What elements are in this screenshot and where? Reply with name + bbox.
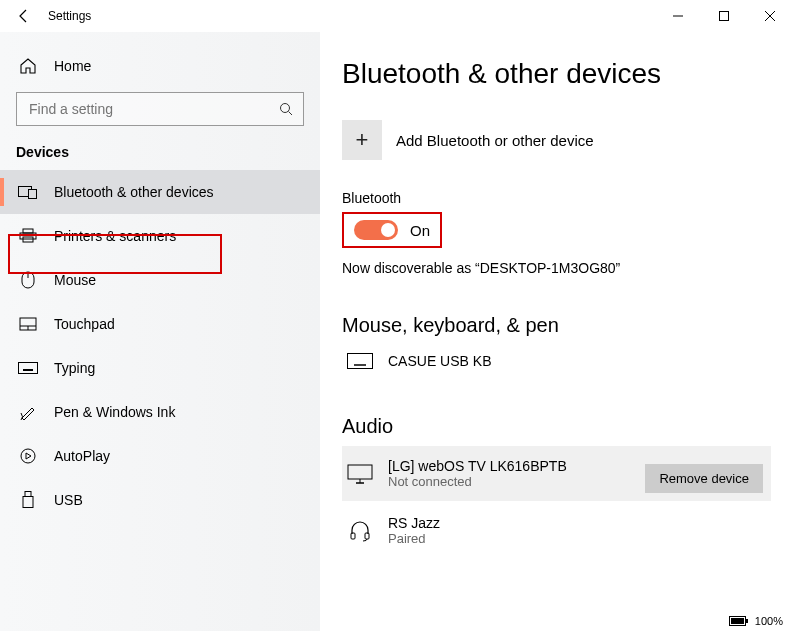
nav-label: Mouse — [54, 272, 96, 288]
search-icon — [279, 102, 293, 116]
device-status: Paired — [388, 531, 440, 546]
bluetooth-toggle[interactable] — [354, 220, 398, 240]
svg-rect-16 — [19, 363, 38, 374]
touchpad-icon — [18, 317, 38, 331]
maximize-button[interactable] — [701, 0, 747, 32]
remove-device-button[interactable]: Remove device — [645, 464, 763, 493]
home-label: Home — [54, 58, 91, 74]
toggle-knob — [381, 223, 395, 237]
bluetooth-label: Bluetooth — [342, 190, 771, 206]
sidebar-item-mouse[interactable]: Mouse — [0, 258, 320, 302]
search-input[interactable] — [27, 100, 279, 118]
toggle-state-label: On — [410, 222, 430, 239]
home-icon — [18, 57, 38, 75]
mouse-icon — [18, 271, 38, 289]
minimize-button[interactable] — [655, 0, 701, 32]
device-status: Not connected — [388, 474, 567, 489]
sidebar-item-typing[interactable]: Typing — [0, 346, 320, 390]
annotation-highlight-toggle: On — [342, 212, 442, 248]
sidebar-item-autoplay[interactable]: AutoPlay — [0, 434, 320, 478]
svg-point-4 — [281, 104, 290, 113]
battery-percent: 100% — [755, 615, 783, 627]
svg-rect-23 — [25, 492, 31, 497]
nav-label: Bluetooth & other devices — [54, 184, 214, 200]
titlebar: Settings — [0, 0, 793, 32]
device-name: RS Jazz — [388, 515, 440, 531]
home-link[interactable]: Home — [0, 44, 320, 88]
nav-label: USB — [54, 492, 83, 508]
devices-icon — [18, 184, 38, 200]
svg-rect-1 — [720, 12, 729, 21]
nav-label: AutoPlay — [54, 448, 110, 464]
svg-line-5 — [289, 112, 293, 116]
device-name: CASUE USB KB — [388, 353, 491, 369]
sidebar-item-printers[interactable]: Printers & scanners — [0, 214, 320, 258]
headset-icon — [346, 520, 374, 542]
category-mkp: Mouse, keyboard, & pen — [342, 314, 771, 337]
device-tv[interactable]: [LG] webOS TV LK616BPTB Not connected Re… — [342, 446, 771, 501]
printer-icon — [18, 228, 38, 244]
search-box[interactable] — [16, 92, 304, 126]
pen-icon — [18, 403, 38, 421]
keyboard-icon — [18, 362, 38, 374]
nav-label: Pen & Windows Ink — [54, 404, 175, 420]
svg-rect-43 — [731, 618, 744, 624]
svg-rect-8 — [23, 229, 33, 233]
sidebar-item-touchpad[interactable]: Touchpad — [0, 302, 320, 346]
battery-icon — [729, 615, 749, 627]
plus-icon: + — [342, 120, 382, 160]
monitor-icon — [346, 464, 374, 484]
nav-label: Touchpad — [54, 316, 115, 332]
back-button[interactable] — [0, 8, 48, 24]
autoplay-icon — [18, 448, 38, 464]
sidebar: Home Devices Bluetooth & other devices — [0, 32, 320, 631]
svg-rect-9 — [20, 233, 36, 239]
discoverable-text: Now discoverable as “DESKTOP-1M3OG80” — [342, 260, 771, 276]
svg-rect-24 — [23, 497, 33, 508]
svg-rect-7 — [29, 190, 37, 199]
device-keyboard[interactable]: CASUE USB KB — [342, 345, 771, 377]
svg-rect-44 — [746, 619, 748, 623]
svg-rect-25 — [348, 354, 373, 369]
category-audio: Audio — [342, 415, 771, 438]
window-title: Settings — [48, 9, 91, 23]
nav-label: Printers & scanners — [54, 228, 176, 244]
svg-rect-37 — [348, 465, 372, 479]
usb-icon — [18, 491, 38, 509]
add-device-label: Add Bluetooth or other device — [396, 132, 594, 149]
sidebar-item-bluetooth[interactable]: Bluetooth & other devices — [0, 170, 320, 214]
svg-point-22 — [21, 449, 35, 463]
device-name: [LG] webOS TV LK616BPTB — [388, 458, 567, 474]
device-headphones[interactable]: RS Jazz Paired — [342, 507, 771, 554]
add-device-button[interactable]: + Add Bluetooth or other device — [342, 120, 771, 160]
sidebar-section: Devices — [0, 140, 320, 170]
page-heading: Bluetooth & other devices — [342, 58, 771, 90]
main-content: Bluetooth & other devices + Add Bluetoot… — [320, 32, 793, 631]
sidebar-item-usb[interactable]: USB — [0, 478, 320, 522]
close-button[interactable] — [747, 0, 793, 32]
keyboard-device-icon — [346, 353, 374, 369]
sidebar-item-pen[interactable]: Pen & Windows Ink — [0, 390, 320, 434]
battery-status: 100% — [729, 615, 783, 627]
nav-label: Typing — [54, 360, 95, 376]
